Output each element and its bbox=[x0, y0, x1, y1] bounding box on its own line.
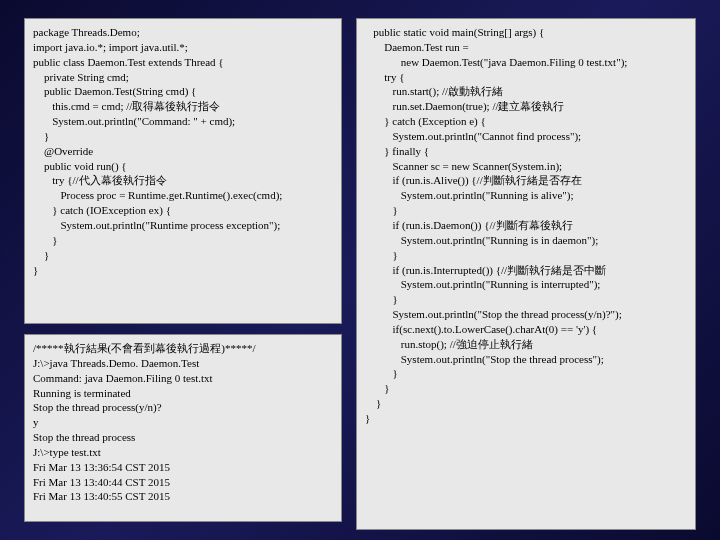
slide: package Threads.Demo; import java.io.*; … bbox=[0, 0, 720, 540]
code-box-main-method: public static void main(String[] args) {… bbox=[356, 18, 696, 530]
left-column: package Threads.Demo; import java.io.*; … bbox=[24, 18, 342, 522]
right-column: public static void main(String[] args) {… bbox=[356, 18, 696, 522]
code-box-execution-output: /*****執行結果(不會看到幕後執行過程)*****/ J:\>java Th… bbox=[24, 334, 342, 522]
code-box-class-definition: package Threads.Demo; import java.io.*; … bbox=[24, 18, 342, 324]
